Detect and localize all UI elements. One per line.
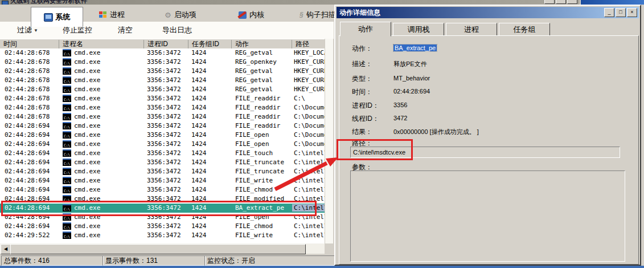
table-row[interactable]: 02:44:28:694 C:\ cmd.exe 3356:3472 1424 … — [0, 222, 325, 231]
cell-procname: cmd.exe — [74, 232, 141, 239]
cell-path: C:\intel\msd — [294, 213, 325, 221]
col-pid[interactable]: 进程ID — [143, 40, 188, 48]
table-row[interactable]: 02:44:28:678 C:\ cmd.exe 3356:3472 1424 … — [0, 58, 325, 67]
table-row[interactable]: 02:44:28:694 C:\ cmd.exe 3356:3472 1424 … — [0, 176, 325, 185]
cell-taskgroup: 1424 — [191, 159, 229, 166]
vertical-scrollbar[interactable] — [325, 39, 333, 243]
field-value: 释放PE文件 — [393, 60, 427, 68]
col-time[interactable]: 时间 — [0, 40, 59, 48]
cell-procname: cmd.exe — [74, 186, 141, 193]
cell-path: C:\intel\msd — [294, 186, 325, 193]
horizontal-scroll-thumb[interactable] — [10, 244, 306, 254]
cell-pid: 3356:3472 — [147, 76, 187, 84]
cell-procname: cmd.exe — [74, 113, 141, 120]
cell-time: 02:44:28:678 — [5, 58, 57, 66]
cmd-icon: C:\ — [63, 149, 71, 157]
dialog-field-row: 线程ID： 3472 — [339, 114, 638, 124]
table-row[interactable]: 02:44:28:694 C:\ cmd.exe 3356:3472 1424 … — [0, 185, 325, 194]
status-shown-events: 显示事件数：131 — [102, 255, 206, 266]
table-row[interactable]: 02:44:28:694 C:\ cmd.exe 3356:3472 1424 … — [0, 121, 325, 131]
dialog-maximize-button[interactable]: □ — [616, 8, 626, 17]
cell-action: FILE_readdir — [235, 95, 291, 102]
dialog-tab-callstack[interactable]: 调用栈 — [393, 23, 444, 36]
cell-taskgroup: 1424 — [191, 76, 229, 84]
cell-pid: 3356:3472 — [147, 195, 187, 202]
cell-pid: 3356:3472 — [147, 186, 187, 193]
table-row[interactable]: 02:44:28:678 C:\ cmd.exe 3356:3472 1424 … — [0, 103, 325, 112]
cell-taskgroup: 1424 — [191, 177, 229, 184]
table-row[interactable]: 02:44:29:522 C:\ cmd.exe 3356:3472 1424 … — [0, 231, 325, 240]
cmd-icon: C:\ — [63, 140, 71, 148]
dialog-field-row: 类型： MT_behavior — [339, 74, 638, 84]
params-field[interactable] — [350, 170, 625, 262]
table-row[interactable]: 02:44:28:678 C:\ cmd.exe 3356:3472 1424 … — [0, 112, 325, 121]
col-action[interactable]: 动作 — [231, 40, 292, 48]
close-button[interactable] — [567, 0, 577, 4]
cell-pid: 3356:3472 — [147, 122, 187, 129]
table-row[interactable]: 02:44:28:678 C:\ cmd.exe 3356:3472 1424 … — [0, 85, 325, 94]
cell-action: BA_extract_pe — [235, 204, 291, 212]
main-titlebar: 火绒剑 互联网安全分析软件 — [0, 0, 580, 5]
tab-hook-scan[interactable]: § 钩子扫描 — [296, 8, 339, 22]
cell-path: C:\intel\m — [292, 204, 325, 212]
cell-taskgroup: 1424 — [191, 140, 229, 148]
field-label: 线程ID： — [352, 114, 379, 124]
dialog-titlebar[interactable]: 动作详细信息 _ □ × — [337, 7, 639, 18]
cmd-icon: C:\ — [63, 159, 71, 166]
cell-time: 02:44:28:694 — [5, 213, 57, 221]
maximize-button[interactable] — [556, 0, 566, 4]
dialog-tab-process[interactable]: 进程 — [446, 23, 497, 36]
cell-path: C:\intel\msd — [294, 232, 325, 239]
dialog-tab-action[interactable]: 动作 — [340, 22, 391, 36]
cell-time: 02:44:28:678 — [5, 113, 57, 120]
minimize-button[interactable] — [544, 0, 555, 4]
cell-time: 02:44:28:678 — [5, 104, 57, 111]
table-row[interactable]: 02:44:28:694 C:\ cmd.exe 3356:3472 1424 … — [0, 131, 325, 140]
cell-taskgroup: 1424 — [191, 149, 229, 157]
cell-procname: cmd.exe — [74, 149, 141, 157]
table-row[interactable]: 02:44:28:694 C:\ cmd.exe 3356:3472 1424 … — [0, 167, 325, 176]
cell-time: 02:44:28:694 — [5, 195, 57, 202]
tab-startup[interactable]: ⚙ 启动项 — [161, 8, 200, 22]
cell-taskgroup: 1424 — [191, 104, 229, 111]
cell-action: FILE_write — [235, 177, 291, 184]
table-row[interactable]: 02:44:28:694 C:\ cmd.exe 3356:3472 1424 … — [0, 194, 325, 204]
cell-taskgroup: 1424 — [191, 58, 229, 66]
table-row[interactable]: 02:44:28:678 C:\ cmd.exe 3356:3472 1424 … — [0, 94, 325, 103]
main-caption-buttons — [544, 0, 577, 4]
clear-button[interactable]: 清空 — [118, 25, 133, 35]
cell-time: 02:44:28:694 — [5, 177, 57, 184]
scroll-left-arrow-icon[interactable]: ◀ — [1, 244, 11, 254]
cell-time: 02:44:28:678 — [5, 95, 57, 102]
table-row[interactable]: 02:44:28:694 C:\ cmd.exe 3356:3472 1424 … — [0, 213, 325, 222]
col-procname[interactable]: 进程名 — [59, 40, 144, 48]
table-row[interactable]: 02:44:28:694 C:\ cmd.exe 3356:3472 1424 … — [0, 158, 325, 167]
tab-kernel[interactable]: 内核 — [235, 8, 268, 22]
cmd-icon: C:\ — [63, 222, 71, 230]
cell-action: FILE_open — [235, 140, 291, 148]
col-taskgroup[interactable]: 任务组ID — [188, 40, 232, 48]
cell-time: 02:44:28:694 — [5, 149, 57, 157]
table-row[interactable]: 02:44:28:694 C:\ cmd.exe 3356:3472 1424 … — [0, 204, 325, 213]
table-row[interactable]: 02:44:28:694 C:\ cmd.exe 3356:3472 1424 … — [0, 149, 325, 158]
cell-time: 02:44:28:678 — [5, 86, 57, 93]
cell-pid: 3356:3472 — [147, 131, 187, 139]
tab-system[interactable]: 系统 — [31, 7, 83, 27]
table-row[interactable]: 02:44:28:678 C:\ cmd.exe 3356:3472 1424 … — [0, 48, 325, 58]
dialog-minimize-button[interactable]: _ — [604, 8, 614, 17]
cell-procname: cmd.exe — [74, 95, 141, 102]
tab-processes[interactable]: 进程 — [96, 8, 128, 22]
field-label: 结果： — [352, 127, 372, 137]
dialog-tab-taskgroup[interactable]: 任务组 — [499, 23, 550, 36]
cell-pid: 3356:3472 — [147, 168, 187, 175]
dialog-close-button[interactable]: × — [627, 8, 637, 17]
cell-procname: cmd.exe — [74, 86, 141, 93]
cmd-icon: C:\ — [63, 58, 71, 66]
table-row[interactable]: 02:44:28:678 C:\ cmd.exe 3356:3472 1424 … — [0, 67, 325, 76]
table-row[interactable]: 02:44:28:694 C:\ cmd.exe 3356:3472 1424 … — [0, 140, 325, 149]
path-field[interactable]: C:\intel\msdtcv.exe — [350, 147, 620, 158]
horizontal-scrollbar[interactable]: ◀ — [0, 243, 325, 254]
export-log-button[interactable]: 导出日志 — [162, 25, 192, 35]
cell-pid: 3356:3472 — [147, 113, 187, 120]
table-row[interactable]: 02:44:28:678 C:\ cmd.exe 3356:3472 1424 … — [0, 76, 325, 85]
